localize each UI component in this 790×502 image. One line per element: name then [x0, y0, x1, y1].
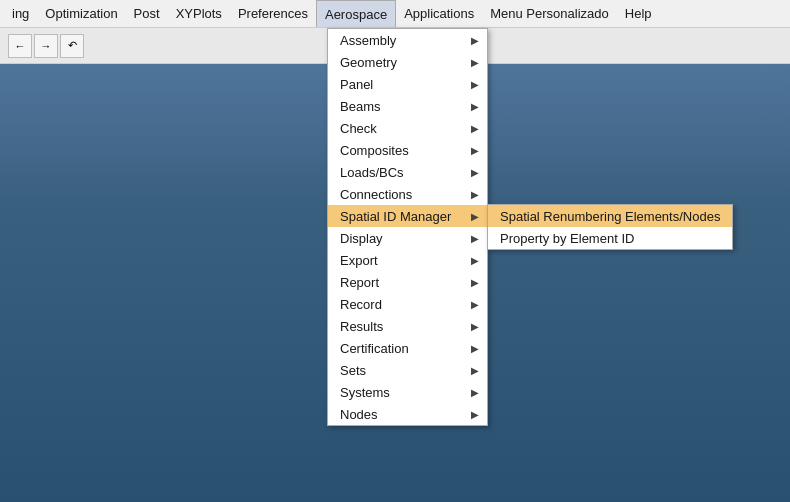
menubar-item-post[interactable]: Post	[126, 0, 168, 27]
spatial-id-submenu: Spatial Renumbering Elements/Nodes Prope…	[487, 204, 733, 250]
submenu-arrow-spatial-id: ▶	[471, 211, 479, 222]
menu-item-assembly[interactable]: Assembly ▶	[328, 29, 487, 51]
menu-item-spatial-id-manager[interactable]: Spatial ID Manager ▶	[328, 205, 487, 227]
menu-item-geometry[interactable]: Geometry ▶	[328, 51, 487, 73]
submenu-arrow-record: ▶	[471, 299, 479, 310]
menu-item-loadsbcs[interactable]: Loads/BCs ▶	[328, 161, 487, 183]
submenu-arrow-sets: ▶	[471, 365, 479, 376]
submenu-arrow-assembly: ▶	[471, 35, 479, 46]
submenu-arrow-check: ▶	[471, 123, 479, 134]
aerospace-dropdown: Assembly ▶ Geometry ▶ Panel ▶ Beams ▶ Ch…	[327, 28, 488, 426]
menu-item-beams[interactable]: Beams ▶	[328, 95, 487, 117]
submenu-arrow-connections: ▶	[471, 189, 479, 200]
menu-item-nodes[interactable]: Nodes ▶	[328, 403, 487, 425]
menubar-item-optimization[interactable]: Optimization	[37, 0, 125, 27]
submenu-arrow-nodes: ▶	[471, 409, 479, 420]
menubar-item-applications[interactable]: Applications	[396, 0, 482, 27]
menu-item-panel[interactable]: Panel ▶	[328, 73, 487, 95]
menu-item-results[interactable]: Results ▶	[328, 315, 487, 337]
menu-item-report[interactable]: Report ▶	[328, 271, 487, 293]
submenu-arrow-loadsbcs: ▶	[471, 167, 479, 178]
menubar: ing Optimization Post XYPlots Preference…	[0, 0, 790, 28]
submenu-arrow-certification: ▶	[471, 343, 479, 354]
toolbar-undo-button[interactable]: ↶	[60, 34, 84, 58]
menu-item-record[interactable]: Record ▶	[328, 293, 487, 315]
submenu-arrow-report: ▶	[471, 277, 479, 288]
submenu-arrow-display: ▶	[471, 233, 479, 244]
menu-item-sets[interactable]: Sets ▶	[328, 359, 487, 381]
submenu-item-spatial-renumbering[interactable]: Spatial Renumbering Elements/Nodes	[488, 205, 732, 227]
menubar-item-help[interactable]: Help	[617, 0, 660, 27]
aerospace-menu: Assembly ▶ Geometry ▶ Panel ▶ Beams ▶ Ch…	[327, 28, 488, 426]
submenu-item-property-by-element-id[interactable]: Property by Element ID	[488, 227, 732, 249]
menu-item-certification[interactable]: Certification ▶	[328, 337, 487, 359]
menubar-item-preferences[interactable]: Preferences	[230, 0, 316, 27]
submenu-arrow-geometry: ▶	[471, 57, 479, 68]
submenu-arrow-panel: ▶	[471, 79, 479, 90]
submenu-arrow-composites: ▶	[471, 145, 479, 156]
menu-item-composites[interactable]: Composites ▶	[328, 139, 487, 161]
submenu-arrow-beams: ▶	[471, 101, 479, 112]
toolbar-forward-button[interactable]: →	[34, 34, 58, 58]
menu-item-systems[interactable]: Systems ▶	[328, 381, 487, 403]
menubar-item-ing[interactable]: ing	[4, 0, 37, 27]
toolbar-back-button[interactable]: ←	[8, 34, 32, 58]
menubar-item-aerospace[interactable]: Aerospace	[316, 0, 396, 27]
submenu-arrow-systems: ▶	[471, 387, 479, 398]
menu-item-display[interactable]: Display ▶	[328, 227, 487, 249]
menu-item-export[interactable]: Export ▶	[328, 249, 487, 271]
menu-item-check[interactable]: Check ▶	[328, 117, 487, 139]
submenu-arrow-results: ▶	[471, 321, 479, 332]
menu-item-connections[interactable]: Connections ▶	[328, 183, 487, 205]
menubar-item-menu-personalizado[interactable]: Menu Personalizado	[482, 0, 617, 27]
menubar-item-xyplots[interactable]: XYPlots	[168, 0, 230, 27]
submenu-arrow-export: ▶	[471, 255, 479, 266]
